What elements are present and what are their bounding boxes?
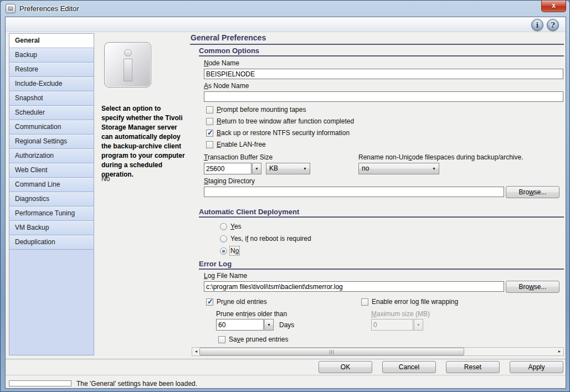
section-divider — [199, 269, 564, 270]
prune-older-than-label: Prune entries older than — [216, 310, 287, 318]
chevron-down-icon[interactable]: ▼ — [264, 319, 274, 331]
checkbox-prompt-mount-tapes[interactable]: Prompt before mounting tapes — [206, 106, 306, 114]
transaction-buffer-size-input[interactable] — [204, 163, 251, 174]
radio-dot[interactable] — [220, 235, 227, 243]
rename-unicode-dropdown[interactable]: no ▼ — [358, 163, 439, 174]
scrollbar-thumb[interactable] — [199, 348, 464, 355]
checkbox-error-log-wrapping[interactable]: Enable error log file wrapping — [361, 298, 458, 306]
radio-deploy-yes-no-reboot[interactable]: Yes, if no reboot is required — [220, 235, 311, 243]
transaction-buffer-size-label: Transaction Buffer Size — [204, 153, 273, 161]
ok-button[interactable]: OK — [319, 361, 372, 373]
checkbox-box[interactable] — [206, 298, 213, 306]
days-unit-label: Days — [279, 321, 294, 329]
prune-days-combo[interactable]: ▼ — [216, 319, 274, 331]
radio-label: Yes — [230, 223, 242, 230]
title-bar[interactable]: Preferences Editor x — [1, 1, 569, 17]
radio-dot[interactable] — [220, 223, 227, 230]
maximum-size-label: Maximum size (MB) — [371, 310, 430, 318]
radio-label: Yes, if no reboot is required — [230, 235, 311, 243]
sidebar-item-vm-backup[interactable]: VM Backup — [9, 221, 94, 235]
checkbox-box[interactable] — [206, 106, 213, 114]
node-name-input[interactable] — [204, 69, 563, 79]
radio-deploy-no[interactable]: No — [220, 247, 239, 255]
toolbar: i ? — [6, 17, 566, 32]
log-file-name-input[interactable] — [204, 281, 504, 292]
sidebar-item-authorization[interactable]: Authorization — [9, 149, 94, 163]
sidebar-item-backup[interactable]: Backup — [9, 48, 94, 63]
checkbox-label: Return to tree window after function com… — [217, 117, 354, 125]
checkbox-label: Prune old entries — [217, 298, 267, 306]
checkbox-ntfs-security[interactable]: Back up or restore NTFS security informa… — [206, 129, 350, 137]
radio-label: No — [230, 247, 239, 255]
horizontal-scrollbar[interactable]: ◄ ► — [192, 347, 564, 356]
sidebar-item-regional-settings[interactable]: Regional Settings — [9, 135, 94, 149]
help-icon[interactable]: ? — [547, 19, 559, 31]
scroll-right-icon[interactable]: ► — [556, 348, 563, 355]
information-icon — [104, 42, 151, 87]
progress-bar — [9, 380, 71, 386]
buffer-unit-dropdown[interactable]: KB ▼ — [266, 163, 310, 174]
checkbox-label: Save pruned entries — [229, 336, 288, 343]
rename-unicode-label: Rename non-Unicode filespaces during bac… — [358, 153, 523, 161]
sidebar-item-web-client[interactable]: Web Client — [9, 163, 94, 178]
chevron-down-icon: ▼ — [414, 319, 423, 331]
info-icon[interactable]: i — [531, 19, 543, 31]
sidebar-item-communication[interactable]: Communication — [9, 120, 94, 135]
checkbox-box[interactable] — [361, 298, 368, 306]
transaction-buffer-size-combo[interactable]: ▼ — [204, 163, 261, 174]
rename-unicode-value: no — [362, 164, 369, 172]
radio-dot[interactable] — [220, 247, 227, 255]
prune-days-input[interactable] — [216, 319, 264, 331]
general-preferences-panel: General Preferences Common Options Node … — [189, 32, 564, 359]
info-panel-description: Select an option to specify whether the … — [101, 104, 186, 179]
cancel-button[interactable]: Cancel — [382, 361, 436, 373]
sidebar-item-snapshot[interactable]: Snapshot — [9, 91, 94, 106]
node-name-label: Node Name — [204, 59, 239, 67]
maximum-size-input — [371, 319, 413, 331]
maximum-size-combo: ▼ — [371, 319, 423, 331]
staging-directory-input[interactable] — [204, 187, 504, 197]
sidebar-item-diagnostics[interactable]: Diagnostics — [9, 192, 94, 207]
checkbox-return-tree-window[interactable]: Return to tree window after function com… — [206, 117, 354, 125]
checkbox-box[interactable] — [206, 130, 213, 137]
scroll-left-icon[interactable]: ◄ — [192, 348, 200, 355]
section-automatic-client-deployment: Automatic Client Deployment — [199, 208, 299, 216]
sidebar-item-command-line[interactable]: Command Line — [9, 178, 94, 192]
checkbox-label: Back up or restore NTFS security informa… — [217, 129, 350, 137]
checkbox-label: Prompt before mounting tapes — [217, 106, 306, 114]
title-divider — [190, 44, 564, 45]
chevron-down-icon: ▼ — [303, 163, 307, 174]
log-file-browse-button[interactable]: Browse... — [506, 281, 559, 293]
sidebar-item-deduplication[interactable]: Deduplication — [9, 235, 94, 250]
checkbox-box[interactable] — [206, 141, 213, 148]
sidebar-item-include-exclude[interactable]: Include-Exclude — [9, 77, 94, 91]
status-message: The 'General' settings have been loaded. — [76, 380, 197, 388]
app-icon — [6, 4, 16, 13]
sidebar-item-general[interactable]: General — [9, 34, 94, 48]
radio-deploy-yes[interactable]: Yes — [220, 223, 242, 230]
close-button[interactable]: x — [541, 1, 566, 12]
chevron-down-icon: ▼ — [432, 163, 436, 174]
section-divider — [199, 55, 564, 56]
page-title: General Preferences — [191, 33, 266, 42]
checkbox-box[interactable] — [206, 118, 213, 125]
sidebar-item-scheduler[interactable]: Scheduler — [9, 106, 94, 120]
apply-button[interactable]: Apply — [510, 361, 563, 373]
chevron-down-icon[interactable]: ▼ — [252, 163, 261, 174]
sidebar-item-performance-tuning[interactable]: Performance Tuning — [9, 207, 94, 221]
reset-button[interactable]: Reset — [446, 361, 500, 373]
checkbox-enable-lan-free[interactable]: Enable LAN-free — [206, 141, 266, 148]
checkbox-box[interactable] — [218, 336, 225, 343]
log-file-name-label: Log File Name — [204, 272, 247, 280]
info-panel: Select an option to specify whether the … — [94, 32, 189, 359]
as-node-name-input[interactable] — [204, 91, 563, 102]
section-common-options: Common Options — [199, 47, 259, 55]
staging-browse-button[interactable]: Browse... — [506, 186, 559, 198]
checkbox-prune-old-entries[interactable]: Prune old entries — [206, 298, 267, 306]
window-body: i ? General Backup Restore Include-Exclu… — [5, 17, 566, 389]
sidebar-item-restore[interactable]: Restore — [9, 63, 94, 77]
main-area: General Backup Restore Include-Exclude S… — [6, 32, 566, 359]
preferences-editor-window: Preferences Editor x i ? General Backup … — [0, 0, 570, 392]
checkbox-save-pruned-entries[interactable]: Save pruned entries — [218, 336, 288, 343]
info-panel-value: No — [101, 175, 110, 183]
